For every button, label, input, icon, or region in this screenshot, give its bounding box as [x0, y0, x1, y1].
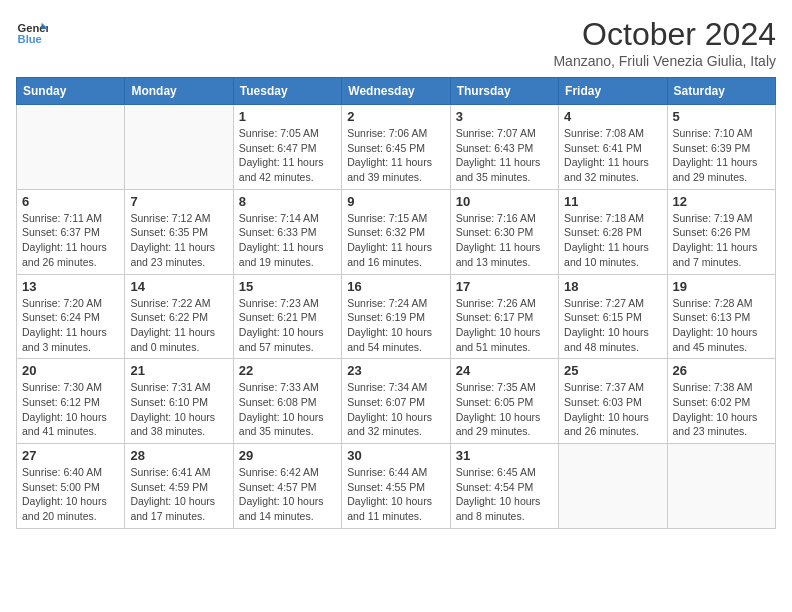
weekday-header-sunday: Sunday [17, 78, 125, 105]
weekday-header-saturday: Saturday [667, 78, 775, 105]
day-number: 26 [673, 363, 770, 378]
weekday-header-monday: Monday [125, 78, 233, 105]
day-info: Sunrise: 7:26 AMSunset: 6:17 PMDaylight:… [456, 296, 553, 355]
calendar-cell: 17Sunrise: 7:26 AMSunset: 6:17 PMDayligh… [450, 274, 558, 359]
day-info: Sunrise: 7:24 AMSunset: 6:19 PMDaylight:… [347, 296, 444, 355]
day-number: 12 [673, 194, 770, 209]
day-info: Sunrise: 6:44 AMSunset: 4:55 PMDaylight:… [347, 465, 444, 524]
day-number: 28 [130, 448, 227, 463]
logo: General Blue [16, 16, 48, 48]
day-info: Sunrise: 7:37 AMSunset: 6:03 PMDaylight:… [564, 380, 661, 439]
week-row-3: 13Sunrise: 7:20 AMSunset: 6:24 PMDayligh… [17, 274, 776, 359]
day-number: 17 [456, 279, 553, 294]
day-info: Sunrise: 6:40 AMSunset: 5:00 PMDaylight:… [22, 465, 119, 524]
day-info: Sunrise: 6:42 AMSunset: 4:57 PMDaylight:… [239, 465, 336, 524]
calendar-cell: 23Sunrise: 7:34 AMSunset: 6:07 PMDayligh… [342, 359, 450, 444]
day-number: 15 [239, 279, 336, 294]
day-info: Sunrise: 7:28 AMSunset: 6:13 PMDaylight:… [673, 296, 770, 355]
day-info: Sunrise: 7:35 AMSunset: 6:05 PMDaylight:… [456, 380, 553, 439]
svg-text:Blue: Blue [18, 33, 42, 45]
calendar-cell: 21Sunrise: 7:31 AMSunset: 6:10 PMDayligh… [125, 359, 233, 444]
day-info: Sunrise: 6:45 AMSunset: 4:54 PMDaylight:… [456, 465, 553, 524]
calendar-cell [17, 105, 125, 190]
calendar-cell: 22Sunrise: 7:33 AMSunset: 6:08 PMDayligh… [233, 359, 341, 444]
day-info: Sunrise: 7:27 AMSunset: 6:15 PMDaylight:… [564, 296, 661, 355]
calendar-cell: 12Sunrise: 7:19 AMSunset: 6:26 PMDayligh… [667, 189, 775, 274]
week-row-4: 20Sunrise: 7:30 AMSunset: 6:12 PMDayligh… [17, 359, 776, 444]
title-section: October 2024 Manzano, Friuli Venezia Giu… [553, 16, 776, 69]
calendar-cell: 7Sunrise: 7:12 AMSunset: 6:35 PMDaylight… [125, 189, 233, 274]
month-title: October 2024 [553, 16, 776, 53]
day-info: Sunrise: 7:05 AMSunset: 6:47 PMDaylight:… [239, 126, 336, 185]
calendar-cell: 8Sunrise: 7:14 AMSunset: 6:33 PMDaylight… [233, 189, 341, 274]
day-number: 2 [347, 109, 444, 124]
calendar-cell: 20Sunrise: 7:30 AMSunset: 6:12 PMDayligh… [17, 359, 125, 444]
day-info: Sunrise: 7:33 AMSunset: 6:08 PMDaylight:… [239, 380, 336, 439]
weekday-header-row: SundayMondayTuesdayWednesdayThursdayFrid… [17, 78, 776, 105]
day-number: 27 [22, 448, 119, 463]
day-number: 8 [239, 194, 336, 209]
calendar-cell: 27Sunrise: 6:40 AMSunset: 5:00 PMDayligh… [17, 444, 125, 529]
calendar-cell: 5Sunrise: 7:10 AMSunset: 6:39 PMDaylight… [667, 105, 775, 190]
day-number: 1 [239, 109, 336, 124]
day-info: Sunrise: 7:30 AMSunset: 6:12 PMDaylight:… [22, 380, 119, 439]
day-number: 25 [564, 363, 661, 378]
calendar-cell: 1Sunrise: 7:05 AMSunset: 6:47 PMDaylight… [233, 105, 341, 190]
calendar-cell: 13Sunrise: 7:20 AMSunset: 6:24 PMDayligh… [17, 274, 125, 359]
day-info: Sunrise: 7:12 AMSunset: 6:35 PMDaylight:… [130, 211, 227, 270]
day-number: 20 [22, 363, 119, 378]
logo-icon: General Blue [16, 16, 48, 48]
day-number: 3 [456, 109, 553, 124]
calendar-cell: 30Sunrise: 6:44 AMSunset: 4:55 PMDayligh… [342, 444, 450, 529]
day-number: 6 [22, 194, 119, 209]
calendar-cell: 28Sunrise: 6:41 AMSunset: 4:59 PMDayligh… [125, 444, 233, 529]
weekday-header-friday: Friday [559, 78, 667, 105]
day-info: Sunrise: 7:31 AMSunset: 6:10 PMDaylight:… [130, 380, 227, 439]
calendar-cell: 18Sunrise: 7:27 AMSunset: 6:15 PMDayligh… [559, 274, 667, 359]
location-subtitle: Manzano, Friuli Venezia Giulia, Italy [553, 53, 776, 69]
day-number: 10 [456, 194, 553, 209]
day-number: 4 [564, 109, 661, 124]
day-number: 21 [130, 363, 227, 378]
calendar-cell: 19Sunrise: 7:28 AMSunset: 6:13 PMDayligh… [667, 274, 775, 359]
day-number: 7 [130, 194, 227, 209]
day-info: Sunrise: 7:23 AMSunset: 6:21 PMDaylight:… [239, 296, 336, 355]
week-row-2: 6Sunrise: 7:11 AMSunset: 6:37 PMDaylight… [17, 189, 776, 274]
day-info: Sunrise: 7:19 AMSunset: 6:26 PMDaylight:… [673, 211, 770, 270]
calendar-cell: 14Sunrise: 7:22 AMSunset: 6:22 PMDayligh… [125, 274, 233, 359]
calendar-table: SundayMondayTuesdayWednesdayThursdayFrid… [16, 77, 776, 529]
day-number: 11 [564, 194, 661, 209]
calendar-cell: 11Sunrise: 7:18 AMSunset: 6:28 PMDayligh… [559, 189, 667, 274]
calendar-cell [559, 444, 667, 529]
calendar-cell: 3Sunrise: 7:07 AMSunset: 6:43 PMDaylight… [450, 105, 558, 190]
day-number: 13 [22, 279, 119, 294]
day-info: Sunrise: 7:22 AMSunset: 6:22 PMDaylight:… [130, 296, 227, 355]
day-info: Sunrise: 7:07 AMSunset: 6:43 PMDaylight:… [456, 126, 553, 185]
day-info: Sunrise: 7:34 AMSunset: 6:07 PMDaylight:… [347, 380, 444, 439]
day-number: 9 [347, 194, 444, 209]
week-row-5: 27Sunrise: 6:40 AMSunset: 5:00 PMDayligh… [17, 444, 776, 529]
calendar-cell: 16Sunrise: 7:24 AMSunset: 6:19 PMDayligh… [342, 274, 450, 359]
calendar-cell: 25Sunrise: 7:37 AMSunset: 6:03 PMDayligh… [559, 359, 667, 444]
calendar-cell: 15Sunrise: 7:23 AMSunset: 6:21 PMDayligh… [233, 274, 341, 359]
weekday-header-tuesday: Tuesday [233, 78, 341, 105]
day-info: Sunrise: 7:15 AMSunset: 6:32 PMDaylight:… [347, 211, 444, 270]
day-number: 16 [347, 279, 444, 294]
page-header: General Blue October 2024 Manzano, Friul… [16, 16, 776, 69]
weekday-header-wednesday: Wednesday [342, 78, 450, 105]
calendar-cell: 10Sunrise: 7:16 AMSunset: 6:30 PMDayligh… [450, 189, 558, 274]
calendar-cell: 4Sunrise: 7:08 AMSunset: 6:41 PMDaylight… [559, 105, 667, 190]
calendar-cell: 26Sunrise: 7:38 AMSunset: 6:02 PMDayligh… [667, 359, 775, 444]
calendar-cell: 6Sunrise: 7:11 AMSunset: 6:37 PMDaylight… [17, 189, 125, 274]
day-number: 29 [239, 448, 336, 463]
calendar-cell: 2Sunrise: 7:06 AMSunset: 6:45 PMDaylight… [342, 105, 450, 190]
calendar-cell [125, 105, 233, 190]
day-info: Sunrise: 6:41 AMSunset: 4:59 PMDaylight:… [130, 465, 227, 524]
calendar-cell: 24Sunrise: 7:35 AMSunset: 6:05 PMDayligh… [450, 359, 558, 444]
day-info: Sunrise: 7:10 AMSunset: 6:39 PMDaylight:… [673, 126, 770, 185]
day-info: Sunrise: 7:18 AMSunset: 6:28 PMDaylight:… [564, 211, 661, 270]
day-number: 19 [673, 279, 770, 294]
day-info: Sunrise: 7:11 AMSunset: 6:37 PMDaylight:… [22, 211, 119, 270]
day-number: 14 [130, 279, 227, 294]
day-number: 18 [564, 279, 661, 294]
